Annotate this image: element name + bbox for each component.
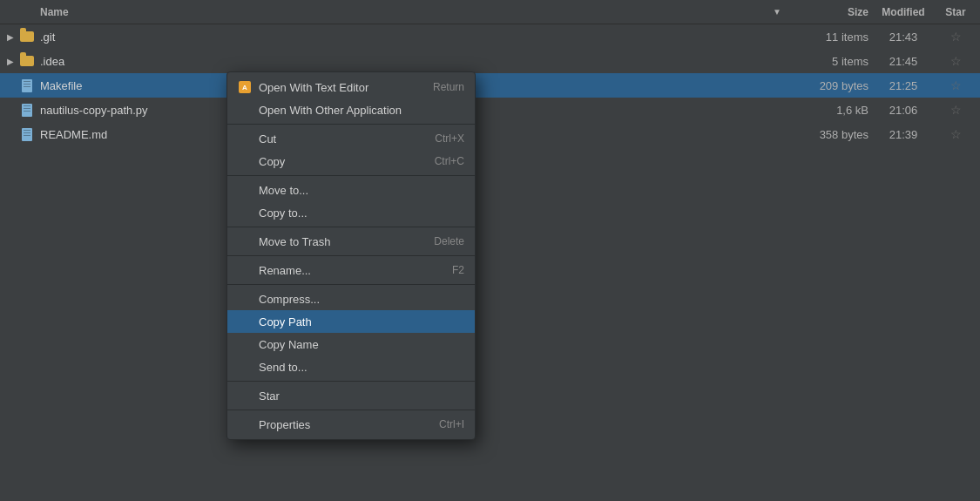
no-icon: [238, 103, 252, 117]
file-row[interactable]: ▶ .git 11 items 21:43 ☆: [0, 24, 980, 49]
menu-separator: [227, 227, 475, 227]
menu-separator: [227, 124, 475, 125]
menu-item-open-text-editor[interactable]: Open With Text Editor Return: [227, 76, 475, 98]
sort-icon[interactable]: ▼: [773, 7, 781, 17]
menu-item-copy[interactable]: Copy Ctrl+C: [227, 150, 475, 173]
file-doc-icon: [19, 78, 35, 93]
folder-icon: [19, 29, 35, 44]
menu-item-label: Copy Path: [259, 315, 312, 328]
file-row[interactable]: nautilus-copy-path.py 1,6 kB 21:06 ☆: [0, 98, 980, 122]
no-icon: [238, 360, 252, 374]
file-row[interactable]: Makefile 209 bytes 21:25 ☆: [0, 73, 980, 98]
file-name: .idea: [40, 55, 781, 68]
menu-item-copy-name[interactable]: Copy Name: [227, 333, 475, 355]
menu-item-rename[interactable]: Rename... F2: [227, 259, 475, 281]
no-icon: [238, 263, 252, 277]
file-row[interactable]: ▶ .idea 5 items 21:45 ☆: [0, 49, 980, 73]
menu-item-copy-path[interactable]: Copy Path: [227, 310, 475, 333]
no-icon: [238, 337, 252, 351]
file-doc-icon: [19, 126, 35, 142]
menu-item-star[interactable]: Star: [227, 384, 475, 407]
header-size: Size: [781, 6, 868, 18]
menu-item-label: Open With Other Application: [259, 104, 402, 117]
menu-separator: [227, 410, 475, 410]
menu-item-label: Copy: [259, 155, 285, 168]
file-modified: 21:06: [868, 104, 938, 117]
menu-shortcut: Ctrl+I: [439, 418, 464, 430]
star-button[interactable]: ☆: [938, 127, 973, 141]
file-size: 358 bytes: [781, 128, 868, 141]
menu-item-move-to[interactable]: Move to...: [227, 179, 475, 201]
menu-item-compress[interactable]: Compress...: [227, 288, 475, 310]
file-modified: 21:43: [868, 30, 938, 44]
file-row[interactable]: README.md 358 bytes 21:39 ☆: [0, 122, 980, 146]
menu-item-label: Copy Name: [259, 338, 319, 351]
column-headers: Name ▼ Size Modified Star: [0, 0, 980, 24]
file-name: .git: [40, 30, 781, 44]
no-icon: [238, 389, 252, 403]
star-button[interactable]: ☆: [938, 30, 973, 44]
expand-arrow-icon[interactable]: ▶: [7, 57, 16, 66]
menu-shortcut: Ctrl+C: [435, 155, 464, 167]
menu-item-open-other-app[interactable]: Open With Other Application: [227, 98, 475, 121]
file-modified: 21:45: [868, 55, 938, 68]
menu-item-label: Star: [259, 389, 280, 403]
header-star: Star: [938, 6, 973, 18]
menu-item-properties[interactable]: Properties Ctrl+I: [227, 413, 475, 436]
context-menu: Open With Text Editor Return Open With O…: [226, 71, 476, 440]
no-icon: [238, 206, 252, 220]
no-icon: [238, 154, 252, 168]
menu-item-cut[interactable]: Cut Ctrl+X: [227, 127, 475, 150]
star-button[interactable]: ☆: [938, 103, 973, 117]
text-editor-icon: [238, 80, 252, 94]
menu-shortcut: F2: [452, 264, 464, 276]
menu-item-label: Move to Trash: [259, 235, 330, 248]
menu-item-label: Move to...: [259, 184, 308, 197]
menu-separator: [227, 381, 475, 382]
file-size: 5 items: [781, 55, 868, 68]
menu-item-label: Send to...: [259, 361, 308, 374]
menu-separator: [227, 284, 475, 285]
menu-item-label: Rename...: [259, 264, 311, 277]
menu-item-label: Copy to...: [259, 206, 308, 220]
menu-shortcut: Delete: [434, 235, 464, 247]
folder-icon: [19, 53, 35, 69]
menu-item-send-to[interactable]: Send to...: [227, 355, 475, 378]
menu-item-label: Cut: [259, 132, 276, 146]
icon-space: [19, 4, 35, 20]
menu-item-label: Compress...: [259, 293, 320, 306]
menu-item-label: Properties: [259, 418, 310, 431]
expand-arrow-icon[interactable]: ▶: [7, 32, 16, 42]
file-size: 209 bytes: [781, 79, 868, 92]
no-icon: [238, 417, 252, 431]
file-list: ▶ .git 11 items 21:43 ☆ ▶ .idea 5 items …: [0, 24, 980, 501]
menu-item-copy-to[interactable]: Copy to...: [227, 201, 475, 224]
no-icon: [238, 132, 252, 146]
no-icon: [238, 315, 252, 328]
star-button[interactable]: ☆: [938, 54, 973, 68]
menu-shortcut: Return: [433, 81, 464, 93]
no-icon: [238, 292, 252, 306]
star-button[interactable]: ☆: [938, 78, 973, 92]
no-icon: [238, 234, 252, 248]
file-doc-icon: [19, 102, 35, 118]
no-icon: [238, 183, 252, 197]
file-modified: 21:25: [868, 79, 938, 92]
file-manager: Name ▼ Size Modified Star ▶ .git 11 item…: [0, 0, 980, 501]
file-size: 11 items: [781, 30, 868, 44]
menu-shortcut: Ctrl+X: [435, 132, 464, 145]
menu-separator: [227, 175, 475, 176]
file-size: 1,6 kB: [781, 104, 868, 117]
header-name[interactable]: Name: [40, 6, 769, 18]
file-modified: 21:39: [868, 128, 938, 141]
menu-item-label: Open With Text Editor: [259, 81, 368, 94]
menu-item-move-to-trash[interactable]: Move to Trash Delete: [227, 230, 475, 253]
header-modified: Modified: [868, 6, 938, 18]
menu-separator: [227, 255, 475, 256]
